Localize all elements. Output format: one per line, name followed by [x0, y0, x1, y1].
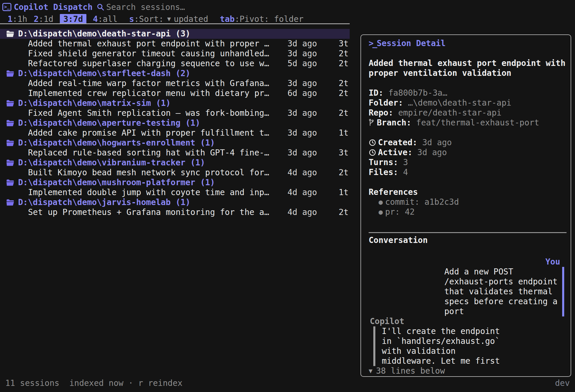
- search-input[interactable]: Search sessions…: [97, 2, 185, 12]
- pivot-control[interactable]: tab:Pivot: folder: [220, 14, 304, 24]
- folder-row[interactable]: D:\dispatch\demo\jarvis-homelab(1): [0, 197, 350, 207]
- session-title: Added thermal exhaust port endpoint with…: [369, 58, 567, 78]
- session-age: 6d ago: [288, 88, 318, 98]
- chevron-down-icon: ▼: [167, 15, 171, 22]
- session-list: D:\dispatch\demo\death-star-api(3) Added…: [0, 29, 350, 217]
- folder-open-icon: [6, 158, 15, 168]
- session-age: 3d ago: [288, 108, 318, 118]
- session-row[interactable]: Added cake promise API with proper fulfi…: [0, 128, 350, 138]
- search-placeholder: Search sessions…: [106, 2, 185, 12]
- folder-value: …\demo\death-star-api: [408, 98, 511, 108]
- session-age: 3d ago: [288, 39, 318, 49]
- session-age: 4d ago: [288, 207, 318, 217]
- triangle-down-icon: ▼: [369, 366, 372, 376]
- assistant-message-text: I'll create the endpoint in `handlers/ex…: [373, 326, 567, 366]
- assistant-role-label: Copilot: [369, 316, 567, 326]
- active-value: 3d ago: [417, 148, 447, 158]
- created-value: 3d ago: [422, 138, 452, 148]
- prompt-icon: >_: [369, 38, 376, 48]
- session-turns: 2t: [318, 207, 350, 217]
- session-turns: 2t: [318, 168, 350, 178]
- folder-row[interactable]: D:\dispatch\demo\aperture-testing(1): [0, 118, 350, 128]
- reference-pr: ●pr: 42: [369, 207, 567, 217]
- folder-open-icon: [6, 69, 15, 78]
- filter-1h[interactable]: 1:1h: [8, 14, 27, 24]
- branch-label: Branch:: [377, 118, 416, 128]
- brand-row: >_ Copilot Dispatch Search sessions…: [2, 2, 575, 12]
- session-turns: 2t: [318, 88, 350, 98]
- session-turns: 2t: [318, 78, 350, 88]
- repo-label: Repo:: [369, 108, 398, 118]
- session-row[interactable]: Built Kimoyo bead mesh network sync prot…: [0, 168, 350, 178]
- folder-row[interactable]: D:\dispatch\demo\starfleet-dash(2): [0, 69, 350, 78]
- session-age: 4d ago: [288, 188, 318, 197]
- session-turns: 2t: [318, 49, 350, 59]
- clock-icon: [369, 139, 376, 146]
- folder-row[interactable]: D:\dispatch\demo\hogwarts-enrollment(1): [0, 138, 350, 148]
- references-heading: References: [369, 187, 567, 197]
- session-turns: 2t: [318, 108, 350, 118]
- conversation-heading: Conversation: [369, 235, 567, 245]
- session-row[interactable]: Added real-time warp factor metrics with…: [0, 78, 350, 88]
- turns-value: 3: [403, 158, 408, 167]
- session-turns: 1t: [318, 128, 350, 138]
- session-detail-panel: >_ Session Detail Added thermal exhaust …: [360, 34, 571, 377]
- user-message: You Add a new POST /exhaust-ports endpoi…: [369, 257, 567, 316]
- folder-row[interactable]: D:\dispatch\demo\matrix-sim(1): [0, 98, 350, 108]
- git-branch-icon: [369, 119, 374, 127]
- session-age: 4d ago: [288, 168, 318, 178]
- branch-value: feat/thermal-exhaust-port: [416, 118, 539, 128]
- filter-7d-active[interactable]: 3:7d: [60, 14, 86, 24]
- user-role-label: You: [545, 257, 567, 267]
- active-label: Active:: [378, 148, 417, 158]
- sessions-count: 11 sessions: [5, 378, 59, 388]
- session-age: 3d ago: [288, 49, 318, 59]
- detail-fields: ID: fa800b7b-3a… Folder: …\demo\death-st…: [369, 88, 567, 128]
- env-badge: dev: [555, 378, 570, 388]
- filter-1d[interactable]: 2:1d: [34, 14, 53, 24]
- repo-value: empire/death-star-api: [398, 108, 501, 118]
- session-turns: 2t: [318, 59, 350, 69]
- folder-open-icon: [6, 178, 15, 188]
- folder-row[interactable]: D:\dispatch\demo\death-star-api(3): [0, 29, 350, 39]
- id-value: fa800b7b-3a…: [388, 88, 447, 98]
- assistant-message: Copilot I'll create the endpoint in `han…: [369, 316, 567, 366]
- sort-control[interactable]: s:Sort:▼updated: [129, 14, 208, 24]
- bullet-icon: ●: [379, 197, 383, 207]
- reference-commit: ●commit: a1b2c3d: [369, 197, 567, 207]
- session-row[interactable]: Implemented double jump with coyote time…: [0, 188, 350, 197]
- folder-label: Folder:: [369, 98, 408, 108]
- session-row[interactable]: Set up Prometheus + Grafana monitoring f…: [0, 207, 350, 217]
- session-row[interactable]: Fixed Agent Smith replication — was fork…: [0, 108, 350, 118]
- folder-open-icon: [6, 197, 15, 207]
- files-label: Files:: [369, 167, 403, 177]
- session-age: 3d ago: [288, 128, 318, 138]
- session-age: 5d ago: [288, 59, 318, 69]
- scroll-more-indicator[interactable]: ▼ 38 lines below: [369, 366, 567, 376]
- user-message-text: Add a new POST /exhaust-ports endpoint t…: [444, 267, 564, 316]
- app-title: Copilot Dispatch: [14, 2, 93, 12]
- references-section: References ●commit: a1b2c3d ●pr: 42: [369, 187, 567, 217]
- folder-open-icon: [6, 98, 15, 108]
- session-row[interactable]: Implemented crew replicator menu with di…: [0, 88, 350, 98]
- bullet-icon: ●: [379, 207, 383, 217]
- index-status: indexed now · r reindex: [69, 378, 182, 388]
- list-separator: [0, 23, 350, 24]
- id-label: ID:: [369, 88, 388, 98]
- section-divider: [369, 232, 567, 233]
- filter-all[interactable]: 4:all: [93, 14, 117, 24]
- session-age: 3d ago: [288, 148, 318, 158]
- clock-icon: [369, 149, 376, 156]
- files-value: 4: [403, 167, 408, 177]
- session-row[interactable]: Fixed shield generator timeout causing u…: [0, 49, 350, 59]
- folder-row[interactable]: D:\dispatch\demo\mushroom-platformer(1): [0, 178, 350, 188]
- session-row[interactable]: Refactored superlaser charging sequence …: [0, 59, 350, 69]
- session-turns: 1t: [318, 188, 350, 197]
- session-row[interactable]: Replaced rule-based sorting hat with GPT…: [0, 148, 350, 158]
- session-row[interactable]: Added thermal exhaust port endpoint with…: [0, 39, 350, 49]
- folder-open-icon: [6, 138, 15, 148]
- search-icon: [97, 3, 104, 11]
- folder-row[interactable]: D:\dispatch\demo\vibranium-tracker(1): [0, 158, 350, 168]
- detail-times: Created: 3d ago Active: 3d ago Turns: 3 …: [369, 138, 567, 177]
- session-turns: 3t: [318, 148, 350, 158]
